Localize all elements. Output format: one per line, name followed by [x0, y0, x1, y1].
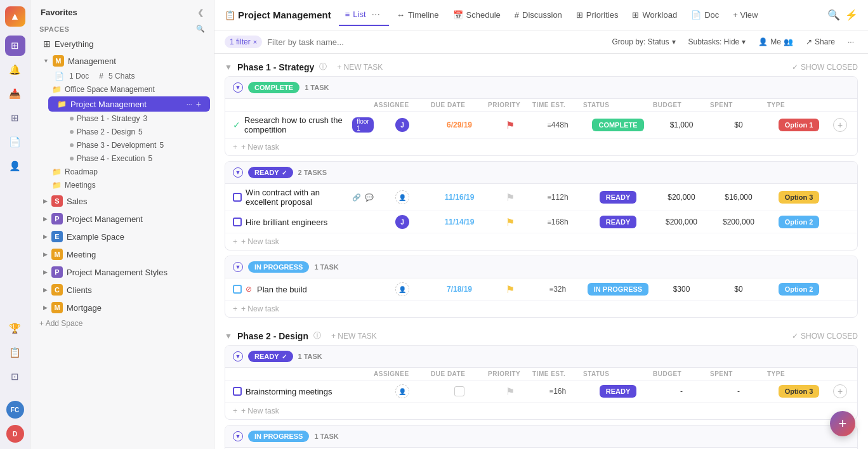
task-icon[interactable]: 📋 [5, 342, 25, 363]
fc-avatar[interactable]: FC [6, 401, 24, 419]
sidebar-item-meeting[interactable]: ▶ M Meeting [34, 246, 210, 263]
ready-p2-collapse[interactable]: ▼ [233, 351, 243, 361]
sidebar-item-mortgage[interactable]: ▶ M Mortgage [34, 299, 210, 316]
more-options-button[interactable]: ··· [844, 36, 858, 48]
tab-add-view[interactable]: + View [727, 7, 764, 23]
task-name[interactable]: Brainstorming meetings [246, 387, 332, 396]
workload-icon: ⊞ [632, 10, 639, 20]
sidebar-item-project-management[interactable]: 📁 Project Management ··· + [48, 96, 210, 112]
sidebar-item-phase2[interactable]: Phase 2 - Design 5 [70, 126, 210, 138]
sidebar-item-management[interactable]: ▼ M Management [34, 53, 210, 69]
complete-collapse[interactable]: ▼ [233, 82, 243, 93]
person-plus-icon: 👥 [784, 37, 793, 46]
me-button[interactable]: 👤 Me 👥 [754, 36, 797, 48]
task-checkbox[interactable] [233, 387, 242, 396]
new-task-row[interactable]: + + New task [225, 301, 857, 317]
clients-avatar: C [51, 284, 63, 296]
new-task-row[interactable]: + + New task [225, 403, 857, 419]
task-name[interactable]: Plan the build [257, 285, 307, 294]
priority-cell: ⚑ [488, 216, 532, 228]
phase1-new-task[interactable]: + NEW TASK [337, 63, 383, 72]
budget-cell: - [653, 387, 710, 396]
type-cell: Option 2 [767, 216, 831, 228]
new-task-row[interactable]: + + New task [225, 233, 857, 250]
sidebar-item-roadmap[interactable]: 📁 Roadmap [52, 166, 210, 178]
widget-icon[interactable]: ⊡ [5, 367, 25, 387]
spaces-icon[interactable]: ⊞ [5, 108, 25, 128]
sidebar-item-phase4[interactable]: Phase 4 - Execution 5 [70, 152, 210, 165]
filter-chip[interactable]: 1 filter × [225, 36, 262, 48]
tab-schedule[interactable]: 📅 Schedule [447, 7, 507, 23]
trophy-icon[interactable]: 🏆 [5, 318, 25, 339]
sidebar-item-sales[interactable]: ▶ S Sales [34, 193, 210, 209]
sidebar-item-everything[interactable]: ⊞ Everything [34, 36, 210, 51]
inprogress-p2-collapse[interactable]: ▼ [233, 431, 243, 441]
fab-button[interactable]: + [830, 411, 855, 436]
ready-collapse[interactable]: ▼ [233, 167, 243, 178]
sidebar-item-phase3[interactable]: Phase 3 - Development 5 [70, 139, 210, 152]
app-logo[interactable]: ▲ [5, 6, 25, 27]
sidebar-item-pm[interactable]: ▶ P Project Management [34, 211, 210, 227]
calendar-icon [454, 386, 464, 396]
task-name[interactable]: Win contract with an excellent proposal [246, 188, 348, 207]
type-cell: Option 3 [767, 191, 831, 204]
add-icon[interactable]: + [196, 99, 201, 109]
add-col-cell[interactable]: + [831, 118, 850, 132]
everything-icon: ⊞ [43, 39, 51, 49]
home-icon[interactable]: ⊞ [5, 36, 25, 56]
subtasks-button[interactable]: Subtasks: Hide ▾ [685, 36, 750, 48]
task-name[interactable]: Research how to crush the competition [244, 115, 346, 134]
filter-close-icon[interactable]: × [253, 38, 257, 46]
table-row: Brainstorming meetings 👤 ⚑ ≡ 16h READY - [225, 381, 857, 403]
priority-cell: ⚑ [488, 192, 532, 204]
more-icon[interactable]: ··· [187, 100, 192, 108]
tab-list[interactable]: ≡ List ··· [339, 4, 389, 26]
sidebar-item-pm-styles[interactable]: ▶ P Project Management Styles [34, 264, 210, 280]
d-avatar[interactable]: D [6, 425, 24, 443]
phase2-new-task[interactable]: + NEW TASK [331, 332, 377, 341]
spaces-search-icon[interactable]: 🔍 [196, 25, 206, 33]
tab-workload[interactable]: ⊞ Workload [626, 7, 683, 23]
task-checkbox[interactable] [233, 285, 242, 294]
sidebar-item-office-space[interactable]: 📁 Office Space Management [52, 83, 210, 96]
filter-input[interactable] [267, 37, 603, 47]
task-checkbox[interactable]: ✓ [233, 120, 240, 130]
tab-doc[interactable]: 📄 Doc [685, 7, 725, 23]
table-row: Win contract with an excellent proposal … [225, 184, 857, 211]
bell-icon[interactable]: 🔔 [5, 60, 25, 80]
add-col-cell[interactable]: + [831, 384, 850, 398]
task-checkbox[interactable] [233, 193, 242, 202]
user-icon[interactable]: 👤 [5, 156, 25, 176]
sidebar-item-clients[interactable]: ▶ C Clients [34, 282, 210, 298]
p2-table-headers: ASSIGNEE DUE DATE PRIORITY TIME EST. STA… [225, 368, 857, 381]
show-closed-phase2[interactable]: ✓ SHOW CLOSED [792, 332, 858, 341]
group-by-button[interactable]: Group by: Status ▾ [608, 36, 680, 48]
complete-badge: COMPLETE [248, 82, 299, 93]
task-checkbox[interactable] [233, 218, 242, 226]
inbox-icon[interactable]: 📥 [5, 84, 25, 104]
show-closed-phase1[interactable]: ✓ SHOW CLOSED [792, 63, 858, 72]
sidebar-item-example[interactable]: ▶ E Example Space [34, 228, 210, 245]
share-button[interactable]: ↗ Share [802, 36, 839, 48]
task-name[interactable]: Hire brilliant engineers [246, 218, 327, 227]
phase2-collapse-icon[interactable]: ▼ [225, 332, 232, 341]
bolt-button[interactable]: ⚡ [845, 9, 858, 21]
add-space-button[interactable]: + Add Space [30, 316, 214, 330]
management-docs-row[interactable]: 📄 1 Doc # 5 Chats [30, 70, 214, 82]
collapse-icon[interactable]: ❮ [197, 8, 204, 17]
tab-discussion[interactable]: # Discussion [508, 7, 569, 23]
sidebar-item-meetings[interactable]: 📁 Meetings [52, 179, 210, 192]
complete-section-header: ▼ COMPLETE 1 TASK [225, 77, 857, 99]
task-tag: floor 1 [352, 117, 374, 133]
sidebar-item-phase1[interactable]: Phase 1 - Strategy 3 [70, 112, 210, 125]
priority-cell: ⚑ [488, 283, 532, 296]
new-task-row[interactable]: + + New task [225, 139, 857, 155]
doc-icon[interactable]: 📄 [5, 132, 25, 152]
search-button[interactable]: 🔍 [827, 9, 840, 21]
tab-priorities[interactable]: ⊞ Priorities [570, 7, 625, 23]
inprogress-collapse[interactable]: ▼ [233, 262, 243, 272]
status-cell: READY [583, 191, 653, 204]
list-dots[interactable]: ··· [369, 8, 383, 22]
tab-timeline[interactable]: ↔ Timeline [390, 7, 445, 23]
phase1-collapse-icon[interactable]: ▼ [225, 63, 232, 72]
